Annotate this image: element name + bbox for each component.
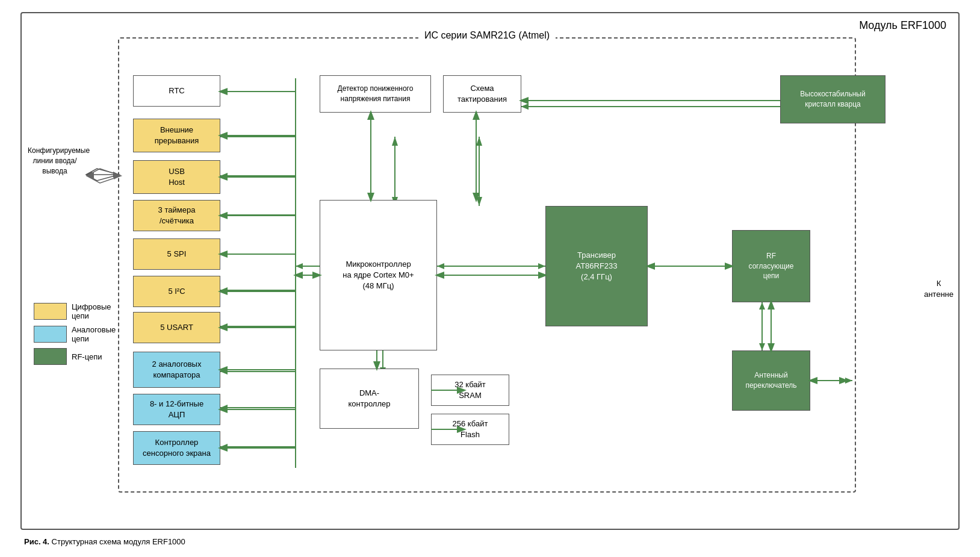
block-flash: 256 кбайтFlash	[431, 414, 509, 445]
block-antenna-sw: Антенныйпереключатель	[732, 350, 810, 411]
legend-box-rf	[34, 348, 67, 365]
block-rf-match: RFсогласующиецепи	[732, 230, 810, 302]
diagram-outer: Модуль ERF1000 ИС серии SAMR21G (Atmel) …	[20, 12, 960, 530]
svg-marker-80	[87, 172, 94, 179]
legend-box-analog	[34, 326, 67, 343]
block-quartz: Высокостабильныйкристалл кварца	[780, 75, 885, 123]
block-usb-host: USBHost	[133, 160, 220, 194]
legend-digital: Цифровыецепи	[34, 302, 116, 320]
legend-analog: Аналоговыецепи	[34, 325, 116, 343]
block-spi: 5 SPI	[133, 238, 220, 270]
block-low-voltage: Детектор пониженногонапряжения питания	[320, 75, 431, 113]
block-clock: Схематактирования	[443, 75, 521, 113]
ic-title: ИС серии SAMR21G (Atmel)	[418, 30, 556, 41]
block-analog-comp: 2 аналоговыхкомпаратора	[133, 352, 220, 388]
svg-marker-0	[86, 169, 119, 181]
legend: Цифровыецепи Аналоговыецепи RF-цепи	[34, 302, 116, 370]
block-touch: Контроллерсенсорного экрана	[133, 431, 220, 465]
block-timers: 3 таймера/счётчика	[133, 200, 220, 231]
block-sram: 32 кбайтSRAM	[431, 375, 509, 406]
block-dma: DMA-контроллер	[320, 369, 419, 429]
block-rtc: RTC	[133, 75, 220, 107]
block-usart: 5 USART	[133, 312, 220, 343]
svg-marker-2	[86, 172, 92, 178]
legend-rf: RF-цепи	[34, 348, 116, 365]
block-i2c: 5 I²C	[133, 276, 220, 307]
block-transceiver: ТрансиверAT86RF233(2,4 ГГц)	[545, 206, 648, 326]
legend-box-digital	[34, 303, 67, 320]
right-label: Кантенне	[924, 278, 954, 300]
block-ext-int: Внешниепрерывания	[133, 119, 220, 152]
block-adc: 8- и 12-битныеАЦП	[133, 394, 220, 425]
block-mcu: Микроконтроллерна ядре Cortex M0+(48 МГц…	[320, 200, 437, 350]
svg-marker-78	[87, 169, 121, 183]
left-label: Конфигурируемые линии ввода/вывода	[28, 146, 82, 176]
caption: Рис. 4. Рис. 4. Структурная схема модуля…	[12, 537, 968, 546]
module-title: Модуль ERF1000	[859, 19, 946, 32]
